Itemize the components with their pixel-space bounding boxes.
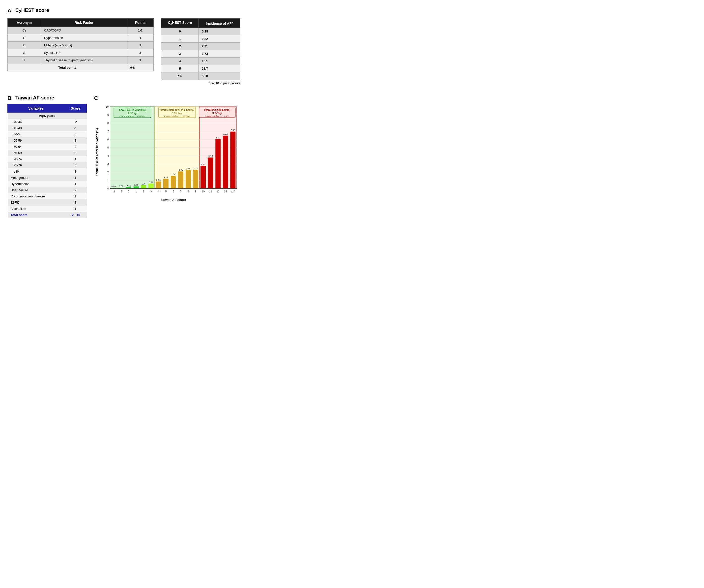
x-tick: 3 [150,190,152,193]
cell-variable: Male gender [8,175,64,181]
cell-risk: Hypertension [41,34,127,42]
cell-total-label: Total points [8,64,127,71]
cell-score: 3 [161,50,199,57]
bar [223,136,228,188]
cell-risk: Elderly (age ≥ 75 y) [41,42,127,49]
bar-value: 0.09 [119,185,123,188]
cell-risk: CAD/COPD [41,27,127,34]
table-row: ESRD 1 [8,199,87,206]
risk-label-text: Low Risk (-2 -3 points) [119,109,146,111]
section-c-letter: C [94,95,100,101]
section-a-letter: A [7,7,13,14]
cell-incidence: 0.18 [199,28,240,35]
table-row: 2 2.31 [161,42,240,50]
cell-score: 1 [64,193,87,199]
bar-value: 0.86 [156,178,161,181]
table-row: H Hypertension 1 [8,34,154,42]
table-row: 65-69 3 [8,150,87,156]
y-tick: 7 [107,130,109,133]
table-row: 5 28.7 [161,65,240,72]
cell-incidence: 59.8 [199,72,240,79]
y-tick: 6 [107,138,109,141]
x-tick: 1 [135,190,137,193]
table-row: 0 0.18 [161,28,240,35]
cell-points: 2 [127,42,154,49]
bar-chart: Low Risk (-2 -3 points)0.21%/yrEvent num… [100,103,240,202]
cell-acronym: E [8,42,41,49]
bar [171,176,176,189]
section-b-letter: B [7,95,13,101]
section-a-right-table: C2HEST Score Incidence of AFa 0 0.18 1 0… [161,18,240,85]
taiwan-af-body: Age, years 40-44 -2 45-49 -1 50-54 0 55-… [8,112,87,218]
cell-score: 1 [64,175,87,181]
x-tick: -2 [113,190,115,193]
cell-incidence: 28.7 [199,65,240,72]
cell-variable: Heart failure [8,187,64,193]
x-tick: 10 [202,190,205,193]
c2hest-footnote: aper 1000 person-years [161,81,240,85]
y-tick: 9 [107,113,109,116]
section-bc: B Taiwan AF score Variables Score Age, y… [7,95,240,218]
c2hest-score-table: C2HEST Score Incidence of AFa 0 0.18 1 0… [161,18,240,80]
x-tick: 12 [217,190,220,193]
cell-risk: Systolic HF [41,49,127,57]
x-tick: 2 [143,190,144,193]
cell-score: 2 [64,187,87,193]
table-row: Total score -2 - 15 [8,212,87,218]
bar-value: 0.4 [142,182,145,185]
chart-wrapper: Annual risk of atrial fibrillation (%) L… [94,103,240,202]
bar-value: 2.27 [193,167,198,170]
cell-total-points: 0-8 [127,64,154,71]
table-row: 4 16.1 [161,57,240,65]
table-row: 55-59 1 [8,138,87,144]
risk-sub1-text: 0.21%/yr [127,112,137,115]
c2hest-score-body: 0 0.18 1 0.82 2 2.31 3 3.73 4 16.1 5 28.… [161,28,240,79]
table-row: 60-64 2 [8,144,87,150]
table-row: ≥ 6 59.8 [161,72,240,79]
cell-score: -2 [64,119,87,125]
bar-value: 0.15 [126,184,131,187]
cell-variable: 45-49 [8,125,64,131]
cell-points: 1 [127,57,154,64]
x-tick: 5 [165,190,167,193]
col-score: Score [64,104,87,112]
bar [163,178,169,188]
y-tick: 1 [107,179,109,182]
risk-sub1-text: 3.37%/yr [212,112,222,115]
bar-value: 1.54 [171,173,176,175]
table-row: T Thyroid disease (hyperthyroidism) 1 [8,57,154,64]
section-a-left-table: Acronym Risk Factor Points C₂ CAD/COPD 1… [7,18,154,85]
cell-variable: 60-64 [8,144,64,150]
col-points: Points [127,18,154,27]
table-row: 40-44 -2 [8,119,87,125]
table-row: E Elderly (age ≥ 75 y) 2 [8,42,154,49]
c2hest-risk-header-row: Acronym Risk Factor Points [8,18,154,27]
cell-score: 8 [64,168,87,175]
cell-variable: 55-59 [8,138,64,144]
section-c: C Annual risk of atrial fibrillation (%)… [94,95,240,202]
col-risk-factor: Risk Factor [41,18,127,27]
total-row: Total points 0-8 [8,64,154,71]
cell-variable: Alcoholism [8,206,64,212]
bar-value: 2.08 [179,169,183,171]
cell-variable: Coronary artery disease [8,193,64,199]
x-tick: 13 [224,190,227,193]
bar-value: 2.77 [201,163,206,165]
cell-acronym: T [8,57,41,64]
x-tick: 0 [128,190,129,193]
risk-sub2-text: Event number = 240,604 [164,115,190,117]
cell-points: 2 [127,49,154,57]
risk-label-text: High Risk (≥10 points) [204,109,230,111]
cell-score: 0 [64,131,87,138]
x-tick: ≥14 [231,190,235,193]
cell-acronym: H [8,34,41,42]
cell-score: 1 [64,206,87,212]
cell-variable: ESRD [8,199,64,206]
cell-score: ≥ 6 [161,72,199,79]
bar [178,171,183,189]
c2hest-score-header-row: C2HEST Score Incidence of AFa [161,18,240,28]
y-axis-label: Annual risk of atrial fibrillation (%) [96,128,99,176]
x-tick: 11 [209,190,212,193]
x-tick: 9 [195,190,196,193]
risk-label-text: Intermediate Risk (4-9 points) [160,109,194,111]
